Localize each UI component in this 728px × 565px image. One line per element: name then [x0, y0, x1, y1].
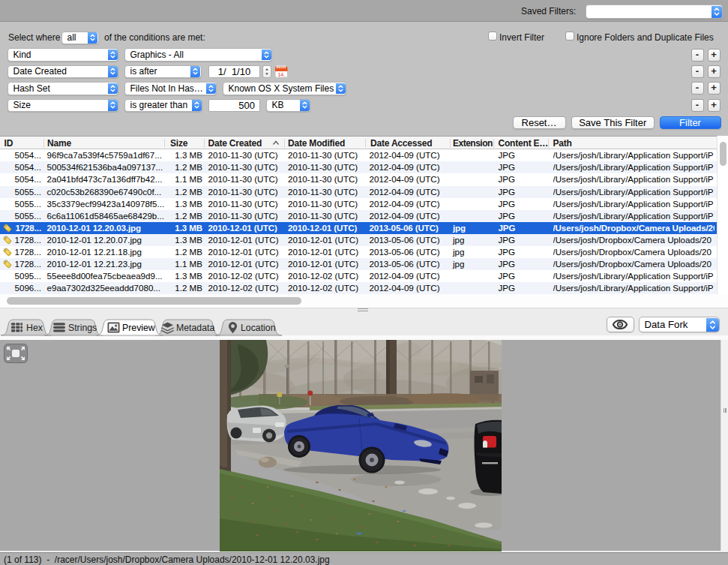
svg-text:14,: 14,: [277, 71, 285, 77]
